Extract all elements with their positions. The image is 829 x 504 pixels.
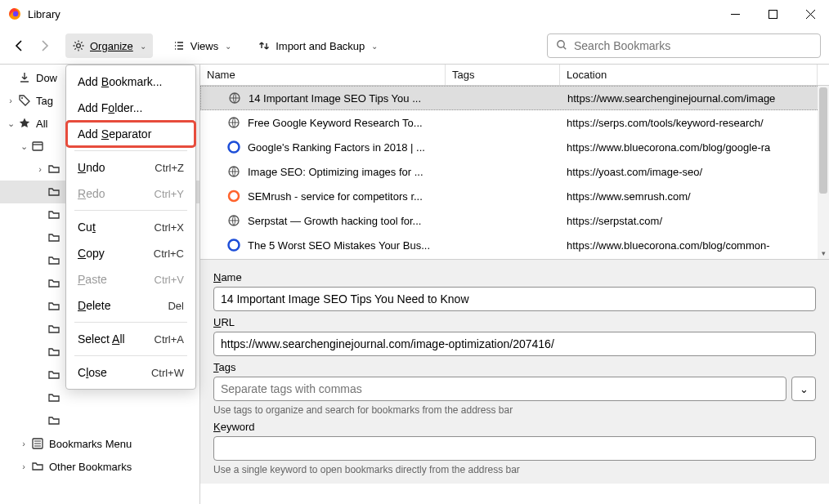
menu-add-folder[interactable]: Add Folder... [66, 95, 195, 121]
details-url-label: URL [213, 316, 816, 328]
details-keyword-input[interactable] [213, 436, 816, 461]
scroll-down-icon[interactable]: ▾ [818, 248, 829, 259]
twisty-icon[interactable]: › [18, 462, 29, 471]
titlebar: Library [0, 0, 829, 28]
close-button[interactable] [791, 0, 829, 28]
menu-redo: RedoCtrl+Y [66, 181, 195, 207]
favicon-icon [226, 238, 241, 252]
menu-add-bookmark[interactable]: Add Bookmark... [66, 69, 195, 95]
twisty-icon[interactable]: › [34, 164, 46, 174]
favicon-icon [226, 213, 241, 228]
svg-point-12 [229, 191, 239, 201]
row-name: Free Google Keyword Research To... [248, 117, 423, 129]
twisty-icon[interactable]: ⌄ [18, 141, 29, 152]
box-icon [29, 140, 46, 153]
row-name: Serpstat — Growth hacking tool for... [248, 215, 421, 227]
forward-button[interactable] [33, 34, 56, 57]
column-tags[interactable]: Tags [446, 65, 560, 85]
back-button[interactable] [8, 34, 31, 57]
views-label: Views [190, 40, 218, 52]
list-header: Name Tags Location [200, 65, 829, 86]
sidebar-item-label: All [36, 118, 47, 130]
import-label: Import and Backup [276, 40, 365, 52]
chevron-down-icon: ⌄ [371, 42, 378, 51]
twisty-icon[interactable]: › [5, 96, 16, 105]
row-location: https://www.searchenginejournal.com/imag… [561, 92, 817, 105]
twisty-icon[interactable]: › [18, 439, 29, 448]
details-url-input[interactable] [213, 332, 816, 356]
scroll-thumb[interactable] [819, 87, 827, 194]
tags-hint: Use tags to organize and search for book… [213, 404, 816, 416]
sidebar-item-other[interactable]: ›Other Bookmarks [0, 455, 199, 478]
menu-delete[interactable]: DeleteDel [66, 292, 195, 319]
row-location: https://www.bluecorona.com/blog/google-r… [560, 141, 818, 154]
svg-point-5 [21, 97, 23, 99]
folder-icon [29, 460, 46, 473]
window-title: Library [28, 8, 716, 20]
bookmark-row[interactable]: Google's Ranking Factors in 2018 | ...ht… [200, 135, 829, 159]
bookmark-row[interactable]: Image SEO: Optimizing images for ...http… [200, 159, 829, 184]
row-location: https://www.semrush.com/ [560, 190, 818, 203]
menu-cut[interactable]: CutCtrl+X [66, 214, 195, 240]
search-placeholder: Search Bookmarks [574, 39, 670, 52]
organize-button[interactable]: Organize ⌄ [65, 33, 153, 58]
listbox-icon [29, 437, 46, 450]
menu-close[interactable]: CloseCtrl+W [66, 359, 195, 386]
sidebar-item-label: Dow [36, 72, 57, 84]
sidebar-item-label: Other Bookmarks [49, 461, 132, 473]
menu-undo[interactable]: UndoCtrl+Z [66, 154, 195, 181]
folder-icon [46, 231, 62, 244]
row-name: 14 Important Image SEO Tips You ... [249, 92, 421, 105]
minimize-button[interactable] [716, 0, 754, 28]
folder-icon [46, 254, 62, 267]
details-tags-label: Tags [213, 361, 816, 373]
row-name: Image SEO: Optimizing images for ... [248, 166, 423, 178]
sidebar-item-bmenu[interactable]: ›Bookmarks Menu [0, 432, 199, 455]
folder-icon [46, 391, 62, 404]
bookmark-row[interactable]: 14 Important Image SEO Tips You ...https… [200, 86, 829, 110]
chevron-down-icon: ⌄ [800, 383, 809, 395]
maximize-button[interactable] [754, 0, 791, 28]
menu-add-separator[interactable]: Add Separator [66, 121, 195, 147]
scrollbar[interactable]: ▴ ▾ [818, 86, 829, 259]
row-name: Google's Ranking Factors in 2018 | ... [248, 141, 425, 154]
favicon-icon [227, 91, 242, 105]
search-input[interactable]: Search Bookmarks [547, 33, 821, 58]
favicon-icon [226, 140, 241, 154]
svg-point-3 [77, 44, 81, 48]
views-button[interactable]: Views ⌄ [166, 33, 238, 58]
import-button[interactable]: Import and Backup ⌄ [251, 33, 384, 58]
details-name-input[interactable] [213, 287, 816, 311]
favicon-icon [226, 189, 241, 203]
firefox-icon [8, 7, 21, 20]
details-keyword-label: Keyword [213, 421, 816, 433]
tags-dropdown-button[interactable]: ⌄ [791, 377, 816, 401]
menu-separator [74, 355, 187, 356]
bookmark-row[interactable]: SEMrush - service for competitors r...ht… [200, 184, 829, 208]
organize-label: Organize [90, 40, 133, 52]
column-location[interactable]: Location [560, 65, 818, 85]
menu-separator [74, 210, 187, 211]
folder-icon [46, 323, 62, 336]
bookmark-row[interactable]: Free Google Keyword Research To...https:… [200, 110, 829, 135]
svg-point-10 [229, 142, 240, 153]
folder-icon [46, 185, 62, 198]
row-name: The 5 Worst SEO Mistakes Your Bus... [248, 239, 430, 252]
favicon-icon [226, 115, 241, 130]
twisty-icon[interactable]: ⌄ [5, 118, 16, 129]
menu-copy[interactable]: CopyCtrl+C [66, 240, 195, 266]
bookmark-row[interactable]: The 5 Worst SEO Mistakes Your Bus...http… [200, 233, 829, 257]
menu-select-all[interactable]: Select AllCtrl+A [66, 326, 195, 352]
sidebar-item-u12[interactable] [0, 386, 199, 409]
svg-rect-6 [33, 142, 43, 150]
keyword-hint: Use a single keyword to open bookmarks d… [213, 464, 816, 475]
folder-icon [46, 346, 62, 359]
column-name[interactable]: Name [200, 65, 446, 85]
chevron-down-icon: ⌄ [225, 42, 231, 51]
details-tags-input[interactable] [213, 377, 786, 401]
folder-icon [46, 277, 62, 290]
sidebar-item-u13[interactable] [0, 409, 199, 432]
row-location: https://www.bluecorona.com/blog/common- [560, 239, 818, 252]
bookmark-row[interactable]: Serpstat — Growth hacking tool for...htt… [200, 208, 829, 233]
folder-icon [46, 414, 62, 427]
